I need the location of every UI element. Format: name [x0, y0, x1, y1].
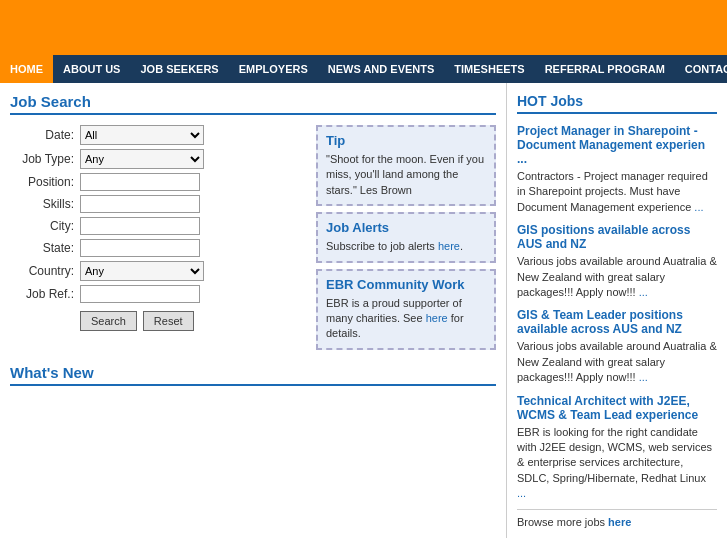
community-box-body: EBR is a proud supporter of many chariti… [326, 296, 486, 342]
jobref-label: Job Ref.: [10, 287, 80, 301]
community-link[interactable]: here [426, 312, 448, 324]
nav-home[interactable]: HOME [0, 55, 53, 83]
job-search-form: Date: All Job Type: Any Position: [10, 125, 306, 350]
position-input[interactable] [80, 173, 200, 191]
alerts-text: Subscribe to job alerts [326, 240, 438, 252]
community-box-title: EBR Community Work [326, 277, 486, 292]
hot-job-3-title[interactable]: GIS & Team Leader positions available ac… [517, 308, 717, 336]
tip-box-body: "Shoot for the moon. Even if you miss, y… [326, 152, 486, 198]
whats-new-section: What's New [10, 364, 496, 386]
job-search-area: Date: All Job Type: Any Position: [10, 125, 496, 350]
alerts-box: Job Alerts Subscribe to job alerts here. [316, 212, 496, 262]
nav-news[interactable]: NEWS AND EVENTS [318, 55, 445, 83]
city-label: City: [10, 219, 80, 233]
browse-jobs: Browse more jobs here [517, 509, 717, 528]
city-row: City: [10, 217, 306, 235]
hot-job-4-desc: EBR is looking for the right candidate w… [517, 425, 717, 502]
position-label: Position: [10, 175, 80, 189]
main-layout: Job Search Date: All Job Type: Any [0, 83, 727, 538]
date-row: Date: All [10, 125, 306, 145]
jobtype-row: Job Type: Any [10, 149, 306, 169]
alerts-box-body: Subscribe to job alerts here. [326, 239, 486, 254]
nav-referral[interactable]: REFERRAL PROGRAM [535, 55, 675, 83]
nav-contact[interactable]: CONTACT US [675, 55, 727, 83]
community-box: EBR Community Work EBR is a proud suppor… [316, 269, 496, 350]
search-button[interactable]: Search [80, 311, 137, 331]
state-input[interactable] [80, 239, 200, 257]
hot-job-2-desc: Various jobs available around Auatralia … [517, 254, 717, 300]
hot-jobs-title: HOT Jobs [517, 93, 717, 114]
hot-job-1-title[interactable]: Project Manager in Sharepoint - Document… [517, 124, 717, 166]
whats-new-title: What's New [10, 364, 496, 386]
hot-job-3-link[interactable]: ... [639, 371, 648, 383]
jobtype-label: Job Type: [10, 152, 80, 166]
right-column: HOT Jobs Project Manager in Sharepoint -… [507, 83, 727, 538]
skills-row: Skills: [10, 195, 306, 213]
nav-employers[interactable]: EMPLOYERS [229, 55, 318, 83]
hot-job-1-desc: Contractors - Project manager required i… [517, 169, 717, 215]
skills-input[interactable] [80, 195, 200, 213]
position-row: Position: [10, 173, 306, 191]
hot-job-1: Project Manager in Sharepoint - Document… [517, 124, 717, 215]
hot-job-4-title[interactable]: Technical Architect with J2EE, WCMS & Te… [517, 394, 717, 422]
hot-job-3: GIS & Team Leader positions available ac… [517, 308, 717, 385]
alerts-link[interactable]: here [438, 240, 460, 252]
hot-job-4-link[interactable]: ... [517, 487, 526, 499]
hot-job-2: GIS positions available across AUS and N… [517, 223, 717, 300]
jobref-row: Job Ref.: [10, 285, 306, 303]
jobtype-select[interactable]: Any [80, 149, 204, 169]
alerts-box-title: Job Alerts [326, 220, 486, 235]
hot-job-1-link[interactable]: ... [694, 201, 703, 213]
button-row: Search Reset [80, 311, 306, 331]
nav-timesheets[interactable]: TIMESHEETS [444, 55, 534, 83]
tip-box: Tip "Shoot for the moon. Even if you mis… [316, 125, 496, 206]
country-row: Country: Any [10, 261, 306, 281]
country-select[interactable]: Any [80, 261, 204, 281]
hot-job-4: Technical Architect with J2EE, WCMS & Te… [517, 394, 717, 502]
state-label: State: [10, 241, 80, 255]
skills-label: Skills: [10, 197, 80, 211]
job-search-title: Job Search [10, 93, 496, 115]
state-row: State: [10, 239, 306, 257]
header-bar [0, 0, 727, 55]
left-column: Job Search Date: All Job Type: Any [0, 83, 507, 538]
reset-button[interactable]: Reset [143, 311, 194, 331]
nav-about[interactable]: ABOUT US [53, 55, 130, 83]
city-input[interactable] [80, 217, 200, 235]
tips-column: Tip "Shoot for the moon. Even if you mis… [316, 125, 496, 350]
date-label: Date: [10, 128, 80, 142]
country-label: Country: [10, 264, 80, 278]
browse-prefix: Browse more jobs [517, 516, 608, 528]
hot-job-3-desc: Various jobs available around Auatralia … [517, 339, 717, 385]
hot-job-2-link[interactable]: ... [639, 286, 648, 298]
browse-link[interactable]: here [608, 516, 631, 528]
nav-jobseekers[interactable]: JOB SEEKERS [130, 55, 228, 83]
tip-box-title: Tip [326, 133, 486, 148]
jobref-input[interactable] [80, 285, 200, 303]
nav-bar: HOME ABOUT US JOB SEEKERS EMPLOYERS NEWS… [0, 55, 727, 83]
date-select[interactable]: All [80, 125, 204, 145]
hot-job-2-title[interactable]: GIS positions available across AUS and N… [517, 223, 717, 251]
